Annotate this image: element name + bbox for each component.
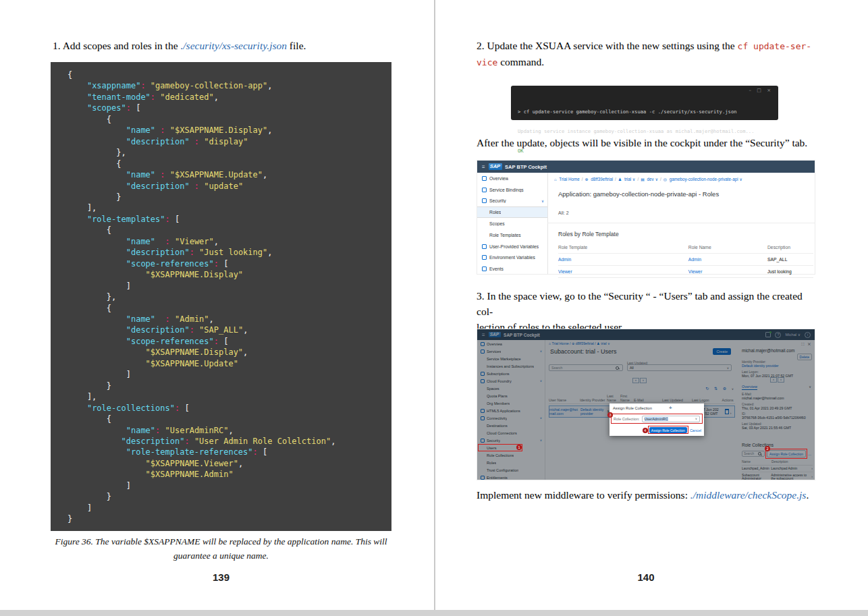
roles-table-row[interactable]: ViewerViewerJust looking	[558, 266, 813, 278]
annotation-badge-4: 4	[643, 428, 648, 433]
sidebar-item-service-bindings[interactable]: Service Bindings	[477, 184, 547, 196]
code-line: "name" : "$XSAPPNAME.Display",	[67, 125, 387, 136]
sidebar-item-security[interactable]: Security∨	[477, 196, 547, 207]
code-line: "name" : "$XSAPPNAME.Update",	[67, 169, 387, 180]
breadcrumb-separator: /	[582, 177, 583, 181]
breadcrumb-icon: ◎	[663, 177, 668, 181]
code-line: },	[67, 291, 387, 302]
sidebar-item-scopes[interactable]: Scopes	[477, 218, 547, 229]
code-line: "$XSAPPNAME.Display",	[67, 347, 387, 358]
role-collection-label: Role Collection:	[614, 417, 640, 421]
figure-caption: Figure 36. The variable $XSAPPNAME will …	[51, 534, 391, 563]
step1-text: 1. Add scopes and roles in the	[53, 40, 180, 51]
assign-role-collection-dialog: Assign Role Collection + Role Collection…	[609, 403, 704, 436]
chevron-down-icon[interactable]: ∨	[631, 177, 635, 181]
step1-paragraph: 1. Add scopes and roles in the ./securit…	[53, 38, 394, 53]
figure-caption-line1: Figure 36. The variable $XSAPPNAME will …	[51, 534, 391, 549]
role-name-link[interactable]: Viewer	[688, 269, 767, 274]
code-line: ]	[67, 369, 387, 380]
roles-table-header: Role TemplateRole NameDescription	[558, 242, 813, 254]
code-line: "name" : "Admin",	[67, 314, 387, 325]
breadcrumb-separator: /	[615, 177, 616, 181]
code-line: "description": "SAP_ALL",	[67, 325, 387, 335]
sidebar-item-events[interactable]: Events	[477, 263, 547, 275]
dialog-title: Assign Role Collection	[613, 406, 652, 410]
role-name-link[interactable]: Admin	[688, 257, 767, 262]
step3-paragraph: 3. In the space view, go to the “Securit…	[477, 288, 817, 335]
code-line: "tenant-mode": "dedicated",	[67, 92, 387, 103]
code-line: {	[67, 303, 387, 314]
code-line: "scope-references": [	[67, 336, 387, 347]
code-line: "$XSAPPNAME.Update"	[67, 358, 387, 369]
shell-bar: ≡ SAP SAP BTP Cockpit	[477, 161, 815, 173]
final-suffix: .	[806, 489, 809, 501]
code-line: ]	[67, 480, 387, 491]
xs-security-path-link[interactable]: ./security/xs-security.json	[180, 40, 287, 51]
env-vars-icon	[482, 255, 487, 260]
sidebar-item-roles[interactable]: Roles	[477, 206, 547, 218]
code-line: }	[67, 491, 387, 502]
breadcrumb-item[interactable]: ◎ gameboy-collection-node-private-api ∨	[663, 177, 742, 181]
checkscope-path-link[interactable]: ./middleware/checkScope.js	[690, 489, 807, 501]
role-template-link[interactable]: Viewer	[558, 269, 688, 274]
events-icon	[482, 267, 487, 271]
sap-logo: SAP	[489, 163, 502, 170]
breadcrumb-icon: ▤	[641, 177, 645, 181]
code-line: "name": "UserAdminRC",	[67, 425, 387, 436]
roles-count: All: 2	[558, 211, 569, 215]
cockpit-main: ⌂ Trial Home/⊕ d8ff39eftrial/♟ trial ∨/▤…	[547, 173, 815, 274]
code-line: {	[67, 69, 387, 80]
annotation-badge-1: 1	[516, 445, 522, 450]
code-line: ]	[67, 281, 387, 291]
bindings-icon	[482, 188, 487, 192]
breadcrumb-item[interactable]: ⌂ Trial Home	[554, 177, 580, 181]
code-line: "name" : "Viewer",	[67, 236, 387, 247]
menu-icon[interactable]: ≡	[482, 164, 485, 170]
role-collection-select[interactable]: UserAdminRC ∨	[642, 416, 700, 422]
chevron-down-icon[interactable]: ∨	[541, 199, 544, 203]
step1-suffix: file.	[287, 40, 306, 51]
roles-table-row[interactable]: AdminAdminSAP_ALL	[558, 254, 813, 266]
terminal-window-controls[interactable]: – □ ×	[749, 88, 773, 93]
dialog-footer: 4 Assign Role Collection Cancel	[643, 427, 701, 433]
divider	[547, 223, 815, 223]
breadcrumb: ⌂ Trial Home/⊕ d8ff39eftrial/♟ trial ∨/▤…	[554, 177, 812, 181]
breadcrumb-item[interactable]: ♟ trial ∨	[618, 177, 636, 181]
sidebar-item-user-provided-variables[interactable]: User-Provided Variables	[477, 241, 547, 252]
sidebar-item-role-templates[interactable]: Role Templates	[477, 229, 547, 241]
code-line: "description" : "display"	[67, 136, 387, 147]
after-update-paragraph: After the update, objects will be visibl…	[477, 135, 817, 150]
final-paragraph: Implement new middleware to verify permi…	[477, 487, 817, 503]
dialog-move-icon[interactable]: +	[669, 405, 672, 411]
role-template-link[interactable]: Admin	[558, 257, 688, 262]
terminal-output: > cf update-service gameboy-collection-x…	[518, 96, 774, 167]
chevron-down-icon[interactable]: ∨	[738, 177, 742, 181]
cockpit-roles-screenshot: ≡ SAP SAP BTP Cockpit OverviewService Bi…	[477, 160, 815, 275]
application-title: Application: gameboy-collection-node-pri…	[558, 190, 719, 198]
chevron-down-icon[interactable]: ∨	[654, 177, 658, 181]
code-line: "role-template-references": [	[67, 447, 387, 457]
breadcrumb-separator: /	[637, 177, 639, 181]
figure-caption-line2: guarantee a unique name.	[51, 549, 391, 563]
breadcrumb-icon: ♟	[618, 177, 623, 181]
breadcrumb-item[interactable]: ▤ dev ∨	[641, 177, 658, 181]
security-icon	[482, 198, 487, 203]
annotation-badge-2: 2	[765, 446, 770, 451]
code-line: "description": "Just looking",	[67, 247, 387, 258]
code-line: "description": "User Admin Role Colelcti…	[67, 436, 387, 447]
page-number-right: 140	[477, 571, 815, 583]
terminal-window: – □ × > cf update-service gameboy-collec…	[511, 86, 778, 120]
overview-icon	[482, 176, 487, 181]
code-line: "scopes": [	[67, 103, 387, 113]
code-line: {	[67, 114, 387, 125]
code-line: "role-collections": [	[67, 403, 387, 414]
annotation-badge-3: 3	[607, 412, 613, 418]
document-spread: 1. Add scopes and roles in the ./securit…	[0, 0, 868, 616]
step2-text: 2. Update the XSUAA service with the new…	[477, 40, 738, 51]
breadcrumb-item[interactable]: ⊕ d8ff39eftrial	[585, 177, 614, 181]
dialog-cancel-button[interactable]: Cancel	[690, 428, 701, 432]
breadcrumb-icon: ⌂	[554, 177, 558, 181]
sidebar-item-overview[interactable]: Overview	[477, 173, 547, 184]
code-line: "xsappname": "gameboy-collection-app",	[67, 80, 387, 91]
sidebar-item-environment-variables[interactable]: Environment Variables	[477, 252, 547, 264]
